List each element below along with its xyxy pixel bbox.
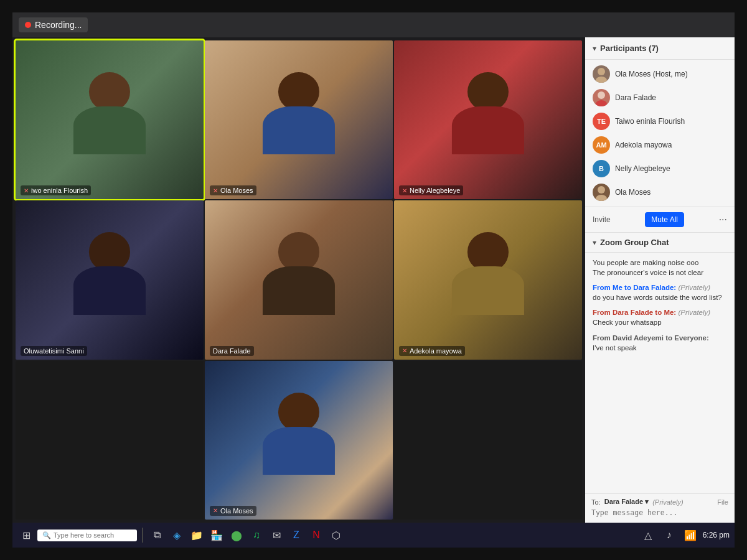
file-button[interactable]: File	[717, 498, 728, 506]
chat-text-3: Check your whatsapp	[593, 319, 662, 326]
video-tile-dara[interactable]: Dara Falade	[205, 200, 393, 359]
taskbar-extra-icon[interactable]: ⬡	[327, 526, 345, 544]
tile-name-ola-bottom: ✕ Ola Moses	[210, 506, 256, 516]
silhouette-nelly	[436, 72, 540, 159]
avatar-dara	[593, 89, 610, 106]
chat-sender-2: From Me to Dara Falade:	[593, 284, 678, 291]
screen-content: Recording... ✕ iwo eninla Flourish	[12, 12, 735, 548]
video-tile-empty-2	[394, 361, 582, 520]
avatar-ola-moses-2	[593, 184, 610, 201]
taskbar-netflix-icon[interactable]: N	[308, 526, 325, 544]
windows-button[interactable]: ⊞	[17, 526, 35, 544]
taskbar-search-icon: 🔍	[42, 531, 51, 539]
participant-name-dara: Dara Falade	[615, 93, 656, 102]
recording-text: Recording...	[35, 20, 82, 30]
taskbar-spotify-icon[interactable]: ♫	[248, 526, 265, 544]
svg-point-1	[596, 77, 607, 83]
chat-message-3: From Dara Falade to Me: (Privately) Chec…	[593, 307, 727, 327]
taskbar-divider-1	[142, 528, 143, 543]
taskbar-edge-icon[interactable]: ◈	[168, 526, 186, 544]
chat-input-area: To: Dara Falade ▾ (Privately) File	[585, 493, 735, 523]
video-tile-nelly[interactable]: ✕ Nelly Alegbeleye	[394, 40, 582, 199]
chat-sender-4: From David Adeyemi to Everyone:	[593, 334, 709, 342]
taskbar-search-input[interactable]	[54, 531, 128, 539]
video-tile-taiwo[interactable]: ✕ iwo eninla Flourish	[16, 40, 204, 199]
participant-name-ola-moses: Ola Moses (Host, me)	[615, 70, 688, 78]
participant-item-taiwo[interactable]: TE Taiwo eninla Flourish	[585, 110, 735, 133]
video-tile-empty-1	[16, 361, 204, 520]
taskbar-zoom-icon[interactable]: Z	[288, 526, 305, 544]
taskbar-wifi-icon[interactable]: 📶	[682, 526, 699, 544]
participant-name-nelly: Nelly Alegbeleye	[615, 164, 670, 173]
chat-to-row: To: Dara Falade ▾ (Privately) File	[591, 498, 728, 506]
svg-point-2	[598, 91, 605, 99]
chat-input-field[interactable]	[591, 508, 728, 517]
video-tile-ola-bottom[interactable]: ✕ Ola Moses	[205, 361, 393, 520]
chat-title: Zoom Group Chat	[600, 238, 669, 247]
chat-text-2: do you have words outside the word list?	[593, 294, 722, 301]
svg-point-4	[598, 186, 605, 194]
tile-name-taiwo: ✕ iwo eninla Flourish	[21, 185, 91, 195]
tile-name-oluwa: Oluwatetisimi Sanni	[21, 346, 87, 356]
participant-name-taiwo: Taiwo eninla Flourish	[615, 117, 685, 126]
participants-list: Ola Moses (Host, me) Dara Falade TE Taiw…	[585, 60, 735, 207]
avatar-taiwo: TE	[593, 113, 610, 130]
taskbar-explorer-icon[interactable]: 📁	[188, 526, 205, 544]
video-tile-oluwa[interactable]: Oluwatetisimi Sanni	[16, 200, 204, 359]
participant-item-ola-moses[interactable]: Ola Moses (Host, me)	[585, 62, 735, 86]
participant-item-ola-moses-2[interactable]: Ola Moses	[585, 180, 735, 204]
taskbar-right: △ ♪ 📶 6:26 pm	[639, 526, 730, 544]
mute-icon-ola-bottom: ✕	[213, 507, 218, 514]
avatar-adekola: AM	[593, 136, 610, 154]
chat-privately-label: (Privately)	[652, 498, 684, 506]
chevron-chat-icon: ▾	[593, 238, 596, 247]
tile-name-adekola: ✕ Adekola mayowa	[399, 346, 465, 356]
mute-icon-ola-top: ✕	[213, 187, 218, 194]
video-grid: ✕ iwo eninla Flourish ✕ Ola Moses	[12, 37, 585, 523]
chat-message-2: From Me to Dara Falade: (Privately) do y…	[593, 282, 727, 302]
taskbar-sound-icon[interactable]: ♪	[660, 526, 678, 544]
participant-name-adekola: Adekola mayowa	[615, 141, 672, 149]
participant-item-dara[interactable]: Dara Falade	[585, 86, 735, 110]
mute-icon-nelly: ✕	[402, 187, 407, 194]
taskbar-mail-icon[interactable]: ✉	[268, 526, 285, 544]
chat-text-4: I've not speak	[593, 344, 637, 352]
chat-text-1: You people are making noise oooThe prono…	[593, 259, 703, 276]
taskbar-store-icon[interactable]: 🏪	[208, 526, 225, 544]
mute-icon-taiwo: ✕	[24, 187, 29, 194]
participant-item-nelly[interactable]: B Nelly Alegbeleye	[585, 157, 735, 180]
main-area: ✕ iwo eninla Flourish ✕ Ola Moses	[12, 37, 735, 523]
video-tile-adekola[interactable]: ✕ Adekola mayowa	[394, 200, 582, 359]
taskbar-notification-icon[interactable]: △	[639, 526, 657, 544]
chat-sender-3: From Dara Falade to Me:	[593, 309, 678, 316]
chat-messages: You people are making noise oooThe prono…	[585, 253, 735, 493]
svg-point-5	[596, 195, 607, 201]
chevron-participants-icon: ▾	[593, 44, 596, 53]
taskbar-search-box[interactable]: 🔍	[37, 530, 137, 541]
recording-indicator: Recording...	[19, 17, 88, 32]
chat-message-4: From David Adeyemi to Everyone: I've not…	[593, 333, 727, 353]
top-bar: Recording...	[12, 12, 735, 37]
taskbar-clock: 6:26 pm	[703, 531, 730, 539]
taskbar: ⊞ 🔍 ⧉ ◈ 📁 🏪 ⬤ ♫ ✉ Z N ⬡ △ ♪ 📶 6:26 pm	[12, 523, 735, 548]
taskbar-task-view[interactable]: ⧉	[148, 526, 166, 544]
mute-all-button[interactable]: Mute All	[645, 212, 684, 227]
video-tile-ola-top[interactable]: ✕ Ola Moses	[205, 40, 393, 199]
monitor-frame: Recording... ✕ iwo eninla Flourish	[0, 0, 747, 560]
chat-recipient-selector[interactable]: Dara Falade ▾	[604, 498, 649, 506]
taskbar-chrome-icon[interactable]: ⬤	[228, 526, 245, 544]
silhouette-adekola	[436, 232, 540, 319]
silhouette-ola-bottom	[247, 393, 350, 480]
right-panel: ▾ Participants (7) Ola Moses (Host, me)	[585, 37, 735, 523]
invite-button[interactable]: Invite	[593, 215, 611, 224]
participant-item-adekola[interactable]: AM Adekola mayowa	[585, 133, 735, 157]
tile-name-ola-top: ✕ Ola Moses	[210, 185, 256, 195]
silhouette-dara	[247, 232, 350, 319]
avatar-nelly: B	[593, 160, 610, 177]
chat-private-3: (Privately)	[678, 309, 710, 316]
chat-message-1: You people are making noise oooThe prono…	[593, 258, 727, 278]
tile-name-dara: Dara Falade	[210, 346, 254, 356]
tile-name-nelly: ✕ Nelly Alegbeleye	[399, 185, 463, 195]
action-row: Invite Mute All ···	[585, 207, 735, 233]
more-options-button[interactable]: ···	[719, 214, 727, 225]
